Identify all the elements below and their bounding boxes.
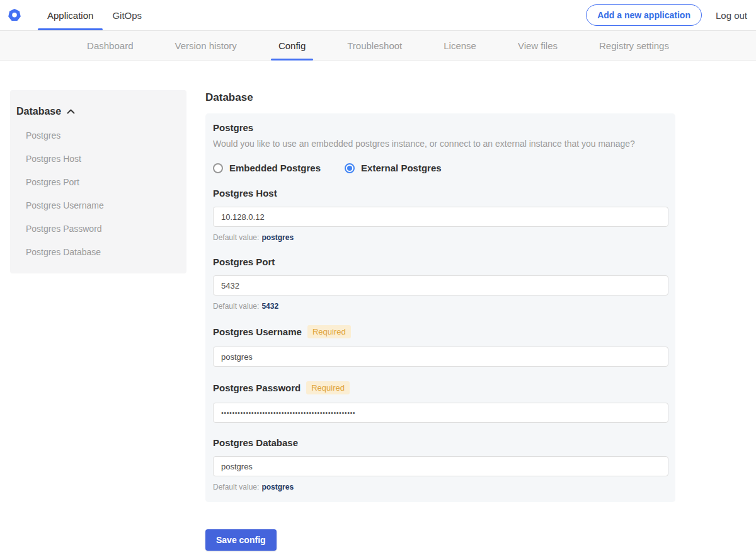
sidebar-item-postgres-port[interactable]: Postgres Port	[16, 177, 180, 187]
subnav-tab-troubleshoot[interactable]: Troubleshoot	[346, 31, 403, 60]
subnav-tab-dashboard[interactable]: Dashboard	[86, 31, 134, 60]
required-badge: Required	[307, 325, 351, 338]
sidebar-item-postgres[interactable]: Postgres	[16, 130, 180, 141]
default-value-row: Default value:postgres	[213, 483, 668, 491]
replicated-kots-logo-icon[interactable]	[8, 8, 21, 22]
radio-label: Embedded Postgres	[229, 163, 321, 173]
logout-button[interactable]: Log out	[716, 10, 747, 21]
field-label: Postgres Host	[213, 188, 277, 198]
postgres-username-input[interactable]	[213, 347, 668, 367]
field-label: Postgres Port	[213, 256, 275, 267]
sidebar-item-postgres-username[interactable]: Postgres Username	[16, 200, 180, 210]
field-postgres-password: Postgres Password Required	[213, 381, 668, 423]
logo-center-hole	[12, 13, 17, 18]
app-subnav: Dashboard Version history Config Trouble…	[0, 30, 756, 60]
subnav-tab-license[interactable]: License	[442, 31, 478, 60]
page-title: Database	[205, 91, 675, 104]
sidebar-group-database[interactable]: Database	[16, 106, 180, 117]
field-postgres-username: Postgres Username Required	[213, 325, 668, 367]
field-postgres-database: Postgres Database Default value:postgres	[213, 437, 668, 491]
group-help-text: Would you like to use an embedded postgr…	[213, 139, 668, 149]
postgres-database-input[interactable]	[213, 456, 668, 476]
config-sidebar: Database Postgres Postgres Host Postgres…	[10, 90, 186, 273]
sidebar-item-postgres-database[interactable]: Postgres Database	[16, 247, 180, 257]
sidebar-item-postgres-host[interactable]: Postgres Host	[16, 154, 180, 164]
postgres-host-input[interactable]	[213, 207, 668, 227]
add-new-application-button[interactable]: Add a new application	[586, 4, 702, 26]
topbar-right: Add a new application Log out	[586, 0, 756, 30]
top-tabs: Application GitOps	[38, 0, 151, 30]
radio-embedded-postgres[interactable]: Embedded Postgres	[213, 163, 321, 173]
subnav-tab-registry-settings[interactable]: Registry settings	[598, 31, 670, 60]
postgres-mode-radio-group: Embedded Postgres External Postgres	[213, 163, 668, 173]
radio-checked-icon	[345, 163, 355, 173]
field-postgres-host: Postgres Host Default value:postgres	[213, 188, 668, 242]
sidebar-item-postgres-password[interactable]: Postgres Password	[16, 224, 180, 234]
top-navbar: Application GitOps Add a new application…	[0, 0, 756, 30]
field-label: Postgres Username	[213, 326, 302, 337]
tab-application[interactable]: Application	[38, 0, 103, 30]
required-badge: Required	[306, 381, 350, 394]
subnav-tab-config[interactable]: Config	[277, 31, 307, 60]
field-postgres-port: Postgres Port Default value:5432	[213, 256, 668, 311]
radio-label: External Postgres	[361, 163, 442, 173]
postgres-password-input[interactable]	[213, 403, 668, 423]
default-value-row: Default value:postgres	[213, 233, 668, 242]
tab-gitops[interactable]: GitOps	[103, 0, 151, 30]
content-area: Database Postgres Postgres Host Postgres…	[0, 60, 756, 551]
field-label: Postgres Password	[213, 382, 301, 393]
postgres-port-input[interactable]	[213, 275, 668, 296]
chevron-up-icon	[67, 109, 75, 114]
field-label: Postgres Database	[213, 437, 298, 448]
sidebar-group-label: Database	[16, 106, 61, 117]
database-config-panel: Postgres Would you like to use an embedd…	[205, 113, 675, 502]
radio-external-postgres[interactable]: External Postgres	[345, 163, 442, 173]
group-label-postgres: Postgres	[213, 122, 668, 133]
save-config-button[interactable]: Save config	[205, 529, 277, 551]
subnav-tab-view-files[interactable]: View files	[517, 31, 559, 60]
subnav-tab-version-history[interactable]: Version history	[173, 31, 238, 60]
default-value-row: Default value:5432	[213, 302, 668, 311]
config-main: Database Postgres Would you like to use …	[205, 90, 675, 551]
radio-unchecked-icon	[213, 163, 223, 173]
